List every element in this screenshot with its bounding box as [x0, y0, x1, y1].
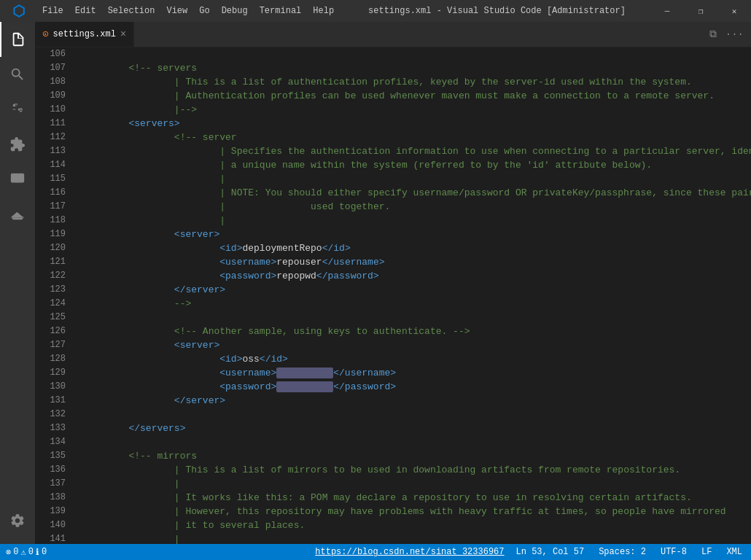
indentation[interactable]: Spaces: 2	[596, 547, 649, 557]
menu-help[interactable]: Help	[307, 0, 340, 22]
code-line: <password> </password>	[83, 380, 751, 394]
activity-extensions[interactable]	[0, 127, 35, 162]
code-line: |	[83, 532, 751, 544]
tab-close-button[interactable]: ×	[120, 28, 126, 40]
line-number: 107	[35, 61, 71, 75]
line-number: 106	[35, 47, 71, 61]
close-button[interactable]: ✕	[717, 0, 751, 22]
line-number: 114	[35, 158, 71, 172]
cursor-position[interactable]: Ln 53, Col 57	[513, 547, 588, 557]
code-line: |	[83, 214, 751, 228]
code-line: <server>	[83, 228, 751, 241]
line-number: 129	[35, 366, 71, 380]
menu-file[interactable]: File	[36, 0, 69, 22]
code-line: | it to several places.	[83, 518, 751, 532]
code-line: <username>repouser</username>	[83, 255, 751, 269]
comment-text: | NOTE: You should either specify userna…	[83, 187, 751, 198]
menubar: File Edit Selection View Go Debug Termin…	[36, 0, 343, 22]
info-icon: ℹ	[36, 547, 39, 558]
line-number: 111	[35, 117, 71, 131]
code-line: </servers>	[83, 421, 751, 435]
line-number: 127	[35, 338, 71, 352]
info-count: 0	[42, 547, 47, 557]
code-line: | used together.	[83, 200, 751, 214]
code-line: <server>	[83, 338, 751, 352]
code-line: <password>repopwd</password>	[83, 269, 751, 283]
comment-text: <!-- servers	[83, 63, 197, 74]
code-line: |	[83, 172, 751, 186]
tab-filename: settings.xml	[52, 29, 115, 39]
line-number: 136	[35, 463, 71, 477]
activity-settings[interactable]	[0, 503, 35, 538]
code-line: <servers>	[83, 117, 751, 131]
editor-area: ⊙ settings.xml × ⧉ ··· 10610710810911011…	[35, 22, 751, 544]
menu-view[interactable]: View	[160, 0, 193, 22]
menu-edit[interactable]: Edit	[69, 0, 102, 22]
line-number: 122	[35, 269, 71, 283]
redacted-value	[276, 368, 333, 378]
activity-remote[interactable]	[0, 162, 35, 197]
line-number: 133	[35, 421, 71, 435]
statusbar-link[interactable]: https://blog.csdn.net/sinat_32336967	[315, 547, 504, 557]
line-number: 132	[35, 408, 71, 421]
line-number: 115	[35, 172, 71, 186]
line-number: 126	[35, 324, 71, 338]
comment-text: | This is a list of authentication profi…	[83, 77, 692, 88]
comment-text: <!-- server	[83, 132, 237, 143]
line-number: 124	[35, 297, 71, 311]
titlebar: ⬡ File Edit Selection View Go Debug Term…	[0, 0, 751, 22]
window-title: settings.xml - Visual Studio Code [Admin…	[343, 6, 650, 16]
menu-selection[interactable]: Selection	[102, 0, 161, 22]
comment-text: | it to several places.	[83, 520, 305, 531]
code-line: <!-- servers	[83, 61, 751, 75]
line-numbers: 1061071081091101111121131141151161171181…	[35, 47, 71, 544]
line-number: 120	[35, 241, 71, 255]
activity-files[interactable]	[0, 22, 35, 57]
code-line: |-->	[83, 103, 751, 117]
more-actions-button[interactable]: ···	[723, 27, 747, 42]
maximize-button[interactable]: ❐	[684, 0, 717, 22]
code-line: <!-- mirrors	[83, 449, 751, 463]
line-number: 138	[35, 491, 71, 505]
eol[interactable]: LF	[699, 547, 715, 557]
menu-debug[interactable]: Debug	[216, 0, 254, 22]
menu-go[interactable]: Go	[193, 0, 215, 22]
line-number: 123	[35, 283, 71, 297]
comment-text: -->	[83, 298, 191, 309]
minimize-button[interactable]: —	[650, 0, 684, 22]
comment-text: | However, this repository may have prob…	[83, 506, 726, 517]
activity-search[interactable]	[0, 57, 35, 92]
editor-tab-settings-xml[interactable]: ⊙ settings.xml ×	[35, 22, 134, 47]
line-number: 108	[35, 75, 71, 89]
line-number: 139	[35, 505, 71, 518]
activity-source-control[interactable]	[0, 92, 35, 127]
line-number: 131	[35, 394, 71, 408]
line-number: 110	[35, 103, 71, 117]
encoding[interactable]: UTF-8	[658, 547, 690, 557]
language-mode[interactable]: XML	[723, 547, 745, 557]
comment-text: |	[83, 215, 225, 226]
warning-icon: ⚠	[20, 547, 26, 558]
line-number: 119	[35, 228, 71, 241]
error-icon: ⊗	[6, 547, 11, 558]
code-line: | Authentication profiles can be used wh…	[83, 89, 751, 103]
line-number: 140	[35, 518, 71, 532]
code-line	[83, 435, 751, 449]
statusbar: ⊗ 0 ⚠ 0 ℹ 0 https://blog.csdn.net/sinat_…	[0, 544, 751, 560]
code-line: <id>oss</id>	[83, 352, 751, 366]
line-number: 130	[35, 380, 71, 394]
code-line: <!-- Another sample, using keys to authe…	[83, 324, 751, 338]
line-number: 125	[35, 311, 71, 324]
split-editor-button[interactable]: ⧉	[707, 27, 720, 42]
activity-test[interactable]	[0, 197, 35, 232]
line-number: 117	[35, 200, 71, 214]
main-area: ⊙ settings.xml × ⧉ ··· 10610710810911011…	[0, 22, 751, 544]
comment-text: |	[83, 478, 180, 489]
line-number: 116	[35, 186, 71, 200]
comment-text: | This is a list of mirrors to be used i…	[83, 464, 680, 475]
line-number: 128	[35, 352, 71, 366]
menu-terminal[interactable]: Terminal	[254, 0, 308, 22]
code-line	[83, 47, 751, 61]
statusbar-errors[interactable]: ⊗ 0 ⚠ 0 ℹ 0	[6, 547, 47, 558]
code-editor[interactable]: 1061071081091101111121131141151161171181…	[35, 47, 751, 544]
